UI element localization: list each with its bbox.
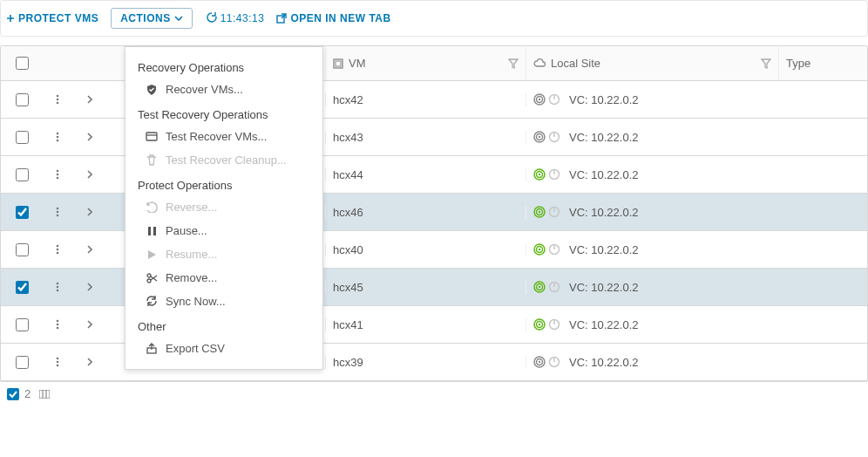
actions-dropdown-button[interactable]: ACTIONS — [111, 8, 193, 29]
chevron-right-icon — [87, 170, 92, 179]
vm-name: hcx43 — [333, 131, 363, 144]
site-label: VC: 10.22.0.2 — [569, 93, 639, 106]
status-icon — [533, 93, 546, 106]
dd-resume: Resume... — [125, 242, 322, 266]
row-expand-button[interactable] — [72, 245, 107, 254]
dd-sync[interactable]: Sync Now... — [125, 290, 322, 313]
row-expand-button[interactable] — [72, 283, 107, 291]
selection-indicator-icon — [7, 388, 19, 400]
row-actions-button[interactable] — [43, 282, 72, 292]
site-label: VC: 10.22.0.2 — [569, 318, 639, 331]
chevron-down-icon — [174, 16, 183, 21]
power-icon — [548, 243, 560, 256]
vm-name: hcx45 — [333, 281, 363, 294]
power-icon — [548, 168, 560, 181]
filter-icon — [761, 58, 771, 69]
dd-header-protect: Protect Operations — [125, 172, 322, 195]
row-actions-button[interactable] — [43, 357, 72, 367]
dd-header-test: Test Recovery Operations — [125, 101, 322, 125]
status-icon — [533, 356, 546, 368]
kebab-icon — [56, 94, 59, 105]
refresh-button[interactable]: 11:43:13 — [205, 12, 265, 24]
row-expand-button[interactable] — [72, 208, 107, 216]
column-picker-button[interactable] — [39, 390, 50, 399]
row-checkbox[interactable] — [16, 93, 29, 106]
plus-icon — [6, 14, 15, 23]
chevron-right-icon — [87, 133, 92, 141]
export-icon — [145, 343, 159, 354]
status-icon — [533, 281, 546, 293]
row-expand-button[interactable] — [72, 358, 107, 366]
site-label: VC: 10.22.0.2 — [569, 206, 639, 219]
dd-test-recover[interactable]: Test Recover VMs... — [125, 125, 322, 148]
vm-name: hcx40 — [333, 243, 363, 256]
power-icon — [548, 93, 560, 106]
row-expand-button[interactable] — [72, 95, 107, 104]
row-actions-button[interactable] — [43, 319, 72, 330]
dd-recover-vms[interactable]: Recover VMs... — [125, 78, 322, 101]
vm-name: hcx39 — [333, 356, 363, 369]
chevron-right-icon — [87, 358, 92, 366]
row-expand-button[interactable] — [72, 133, 107, 141]
row-actions-button[interactable] — [43, 94, 72, 105]
power-icon — [548, 356, 560, 368]
dd-header-recovery: Recovery Operations — [125, 54, 322, 78]
row-checkbox[interactable] — [16, 356, 29, 369]
power-icon — [548, 318, 560, 331]
protect-vms-button[interactable]: PROTECT VMS — [6, 12, 98, 24]
row-checkbox[interactable] — [16, 131, 29, 144]
columns-icon — [39, 390, 50, 399]
kebab-icon — [56, 132, 59, 142]
play-icon — [145, 249, 159, 260]
col-type: Type — [786, 57, 810, 70]
status-icon — [533, 243, 546, 256]
dd-export[interactable]: Export CSV — [125, 337, 322, 360]
actions-dropdown-menu: Recovery Operations Recover VMs... Test … — [125, 46, 323, 370]
filter-site-button[interactable] — [761, 58, 771, 69]
status-icon — [533, 131, 546, 143]
row-actions-button[interactable] — [43, 207, 72, 217]
chevron-right-icon — [87, 283, 92, 291]
row-actions-button[interactable] — [43, 244, 72, 255]
col-local-site: Local Site — [551, 57, 600, 70]
row-checkbox[interactable] — [16, 243, 29, 256]
filter-vm-button[interactable] — [508, 58, 519, 69]
dd-remove[interactable]: Remove... — [125, 266, 322, 290]
selected-count: 2 — [24, 387, 31, 400]
trash-icon — [145, 154, 159, 166]
dd-test-cleanup: Test Recover Cleanup... — [125, 148, 322, 172]
site-label: VC: 10.22.0.2 — [569, 356, 639, 369]
vm-name: hcx41 — [333, 318, 363, 331]
chevron-right-icon — [87, 320, 92, 329]
site-label: VC: 10.22.0.2 — [569, 131, 639, 144]
vm-table: VM Local Site Type hcx42VC: 10.22.0.2hcx… — [0, 45, 868, 382]
vm-name: hcx46 — [333, 206, 363, 219]
toolbar: PROTECT VMS ACTIONS 11:43:13 OPEN IN NEW… — [0, 0, 868, 37]
status-icon — [533, 318, 546, 331]
dd-reverse: Reverse... — [125, 195, 322, 219]
kebab-icon — [56, 319, 59, 330]
status-icon — [533, 206, 546, 218]
row-checkbox[interactable] — [16, 206, 29, 219]
kebab-icon — [56, 169, 59, 180]
row-actions-button[interactable] — [43, 169, 72, 180]
power-icon — [548, 206, 560, 218]
kebab-icon — [56, 207, 59, 217]
undo-icon — [145, 201, 159, 213]
open-new-tab-button[interactable]: OPEN IN NEW TAB — [276, 12, 390, 24]
status-icon — [533, 168, 546, 181]
chevron-right-icon — [87, 208, 92, 216]
row-actions-button[interactable] — [43, 132, 72, 142]
vm-name: hcx44 — [333, 168, 363, 181]
kebab-icon — [56, 244, 59, 255]
row-checkbox[interactable] — [16, 318, 29, 331]
row-checkbox[interactable] — [16, 281, 29, 294]
dd-pause[interactable]: Pause... — [125, 219, 322, 242]
select-all-checkbox[interactable] — [16, 57, 29, 70]
scissors-icon — [145, 273, 159, 283]
filter-icon — [508, 58, 519, 69]
site-label: VC: 10.22.0.2 — [569, 168, 639, 181]
row-expand-button[interactable] — [72, 170, 107, 179]
row-expand-button[interactable] — [72, 320, 107, 329]
row-checkbox[interactable] — [16, 168, 29, 181]
